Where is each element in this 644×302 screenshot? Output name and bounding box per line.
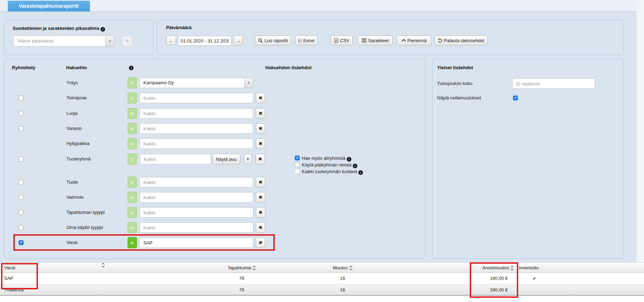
search-icon	[258, 38, 263, 43]
zero-changes-checkbox[interactable]	[513, 96, 518, 100]
date-range-input[interactable]	[178, 36, 232, 46]
operator-equals-button[interactable]: =	[128, 222, 137, 233]
grouping-checkbox[interactable]	[19, 210, 24, 215]
operator-equals-button[interactable]: =	[128, 153, 137, 165]
filter-row-varasto: Varasto = ✖	[5, 123, 425, 134]
clear-filter-button[interactable]: ✖	[256, 177, 265, 188]
column-header-sort-only[interactable]	[102, 263, 105, 268]
edit-quick-select-button[interactable]: ✎	[122, 36, 132, 46]
company-select[interactable]: Kampaamo Oy ▼	[139, 78, 253, 88]
clear-filter-button[interactable]: ✖	[256, 192, 265, 203]
filter-row-oma-kaytto-tyyppi: Oma käyttö tyyppi = ✖	[5, 222, 425, 234]
operator-equals-button[interactable]: =	[128, 237, 137, 248]
tab-varastotapahtumaraportti[interactable]: Varastotapahtumaraportti	[8, 1, 90, 12]
chevron-down-icon[interactable]: ▼	[105, 36, 114, 46]
info-icon[interactable]: i	[358, 170, 363, 175]
grouping-checkbox[interactable]	[19, 180, 24, 185]
hyllypaikka-input[interactable]	[139, 138, 253, 149]
chevron-down-icon[interactable]: ▼	[244, 78, 253, 88]
footer-muutos: 16	[340, 284, 345, 295]
sort-icon	[253, 265, 256, 270]
table-grid-icon	[362, 38, 366, 42]
columns-button[interactable]: Sarakkeet	[358, 35, 393, 45]
next-period-button[interactable]: →	[234, 35, 243, 45]
operator-equals-button[interactable]: =	[128, 77, 137, 88]
info-icon[interactable]: i	[129, 66, 134, 70]
clear-filter-button[interactable]: ✖	[256, 93, 265, 103]
tuote-input[interactable]	[139, 177, 253, 188]
clear-filter-button[interactable]: ✖	[255, 154, 265, 164]
operator-equals-button[interactable]: =	[128, 92, 137, 104]
date-toolbar-panel: Päivämäärä ← → Luo raportti x Excel CSV …	[157, 20, 624, 55]
operator-equals-button[interactable]: =	[128, 108, 137, 119]
quick-select-placeholder: Valitse pikavalinta	[17, 36, 53, 46]
grouping-checkbox[interactable]	[19, 96, 24, 100]
operator-equals-button[interactable]: =	[128, 192, 137, 203]
clear-filter-button[interactable]: ✖	[256, 222, 265, 233]
filter-row-viesti: Viesti = ✖	[5, 237, 425, 249]
oma-kaytto-tyyppi-input[interactable]	[139, 222, 253, 233]
results-header-row: Viesti Tapahtumia Muutos Arvonmuutos Inv…	[0, 262, 644, 273]
grouping-checkbox[interactable]	[19, 195, 24, 200]
clear-filter-button[interactable]: ✖	[256, 138, 265, 149]
add-filter-button[interactable]: +	[244, 154, 252, 164]
subgroups-checkbox[interactable]	[295, 156, 300, 160]
grouping-checkbox[interactable]	[19, 157, 24, 162]
reset-defaults-button[interactable]: Palauta oletusehdot	[434, 35, 488, 45]
previous-period-button[interactable]: ←	[166, 35, 176, 45]
minimize-button[interactable]: Pienennä	[397, 35, 431, 45]
cell-tapahtumia: 79	[239, 273, 244, 284]
clear-filter-button[interactable]: ✖	[256, 207, 265, 218]
sort-icon	[102, 263, 105, 268]
toimipiste-input[interactable]	[139, 93, 253, 103]
clear-filter-button[interactable]: ✖	[256, 123, 265, 134]
filter-row-tuote: Tuote = ✖	[5, 176, 425, 188]
grouping-checkbox[interactable]	[19, 240, 24, 245]
filter-row-hyllypaikka: Hyllypaikka = ✖	[5, 138, 425, 150]
cell-muutos: 16	[340, 273, 345, 284]
tapahtuman-tyyppi-input[interactable]	[139, 207, 253, 218]
chevron-up-icon	[402, 39, 406, 42]
excel-export-button[interactable]: x Excel	[295, 35, 318, 45]
varasto-input[interactable]	[139, 123, 253, 134]
inventoried-check-icon: ✔	[533, 273, 536, 284]
info-icon[interactable]: i	[353, 164, 357, 168]
option-parent-group-name: Käytä pääryhmän nimeä i	[295, 162, 357, 168]
grouping-checkbox[interactable]	[19, 225, 24, 230]
operator-equals-button[interactable]: =	[128, 123, 137, 134]
inventory-report-page: Varastotapahtumaraportti Suodattimien ja…	[0, 0, 644, 302]
column-header-muutos[interactable]: Muutos	[333, 263, 352, 273]
operator-equals-button[interactable]: =	[128, 177, 137, 188]
cell-arvonmuutos: 190,00 €	[490, 273, 508, 284]
option-subgroups: Hae myös aliryhmistä i	[295, 155, 351, 162]
column-header-arvonmuutos[interactable]: Arvonmuutos	[482, 263, 514, 273]
arrow-right-icon: →	[236, 38, 241, 44]
tuoteryhma-input[interactable]	[140, 154, 211, 164]
top-strip	[0, 0, 644, 12]
viesti-input[interactable]	[139, 237, 253, 248]
csv-export-button[interactable]: CSV	[331, 35, 353, 45]
filter-row-toimipiste: Toimipiste = ✖	[5, 92, 425, 104]
create-report-button[interactable]: Luo raportti	[255, 35, 291, 45]
column-header-tapahtumia[interactable]: Tapahtumia	[228, 263, 256, 273]
table-footer-row: Yhteensä 79 16 190,00 €	[0, 284, 644, 296]
arrow-left-icon: ←	[169, 38, 174, 44]
parent-group-name-checkbox[interactable]	[295, 162, 300, 167]
quick-select-dropdown[interactable]: Valitse pikavalinta ▼	[13, 35, 115, 47]
operator-equals-button[interactable]: =	[128, 138, 137, 149]
info-icon[interactable]: i	[347, 157, 351, 162]
cell-viesti: SAP	[4, 273, 13, 284]
results-table: Viesti Tapahtumia Muutos Arvonmuutos Inv…	[0, 262, 644, 296]
clear-filter-button[interactable]: ✖	[256, 237, 265, 248]
show-tree-button[interactable]: Näytä puu	[212, 154, 240, 164]
valmiste-input[interactable]	[139, 192, 253, 203]
operator-equals-button[interactable]: =	[128, 207, 137, 218]
grouping-checkbox[interactable]	[19, 126, 24, 131]
info-icon[interactable]: i	[100, 27, 105, 32]
criteria-extra-header: Hakuehdon lisäehdot	[265, 62, 311, 74]
clear-filter-button[interactable]: ✖	[256, 108, 265, 119]
all-group-products-checkbox[interactable]	[295, 169, 300, 174]
result-size-input[interactable]	[512, 78, 595, 89]
grouping-checkbox[interactable]	[19, 111, 24, 116]
luoja-input[interactable]	[139, 108, 253, 119]
